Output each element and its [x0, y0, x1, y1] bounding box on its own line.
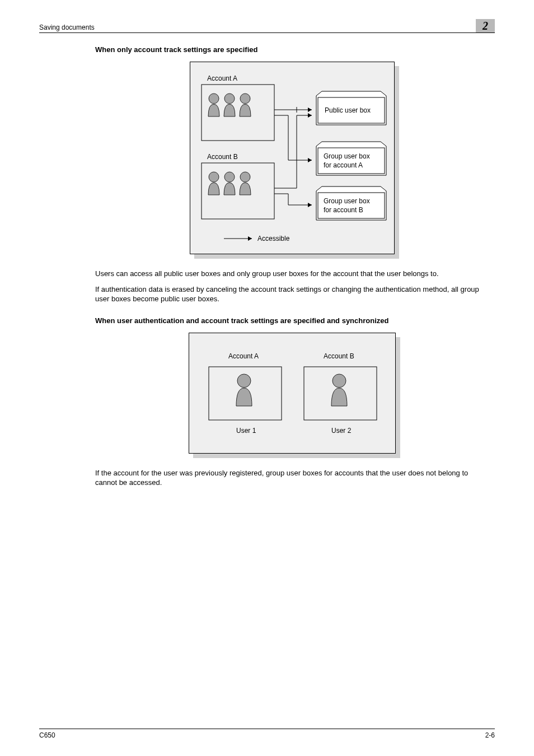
svg-point-7	[240, 172, 250, 182]
diagram-auth-sync: Account A Account B User 1 User 2	[189, 333, 396, 454]
svg-marker-15	[248, 236, 252, 241]
page-footer: C650 2-6	[39, 729, 495, 739]
diagram-account-track: Account A Account B	[190, 62, 395, 254]
svg-point-1	[209, 94, 219, 104]
diagram2-svg: Account A Account B User 1 User 2	[189, 333, 396, 454]
section2-title: When user authentication and account tra…	[95, 316, 489, 325]
page-header: Saving documents 2	[39, 19, 495, 33]
footer-left: C650	[39, 731, 55, 739]
section1-title: When only account track settings are spe…	[95, 45, 489, 54]
svg-marker-14	[308, 203, 312, 207]
svg-point-19	[332, 374, 346, 388]
section1-para1: Users can access all public user boxes a…	[95, 269, 489, 279]
svg-point-2	[224, 94, 235, 104]
header-section-name: Saving documents	[39, 24, 95, 31]
svg-marker-13	[308, 113, 312, 118]
svg-point-5	[209, 172, 219, 182]
svg-rect-10	[318, 193, 385, 218]
chapter-badge: 2	[476, 19, 495, 32]
section2-para1: If the account for the user was previous…	[95, 468, 489, 488]
d2-account-a-label: Account A	[228, 352, 259, 360]
svg-rect-9	[318, 148, 385, 174]
svg-marker-11	[308, 108, 312, 112]
footer-right: 2-6	[485, 731, 495, 739]
d1-public-box-label: Public user box	[325, 106, 371, 114]
d2-user2-label: User 2	[331, 427, 352, 435]
d2-account-b-label: Account B	[324, 352, 354, 360]
d1-group-a-l2: for account A	[324, 161, 363, 169]
d1-group-b-l2: for account B	[324, 206, 363, 214]
d1-group-a-l1: Group user box	[324, 152, 370, 160]
d1-account-a-label: Account A	[207, 74, 237, 82]
d1-group-b-l1: Group user box	[324, 197, 370, 205]
diagram1-svg: Account A Account B	[190, 62, 395, 255]
d2-user1-label: User 1	[236, 427, 256, 435]
svg-point-3	[240, 94, 250, 104]
d1-legend-accessible: Accessible	[257, 235, 290, 242]
svg-point-17	[237, 374, 251, 388]
svg-marker-12	[308, 158, 312, 162]
d1-account-b-label: Account B	[207, 153, 238, 161]
section1-para2: If authentication data is erased by canc…	[95, 284, 489, 304]
svg-point-6	[224, 172, 235, 182]
